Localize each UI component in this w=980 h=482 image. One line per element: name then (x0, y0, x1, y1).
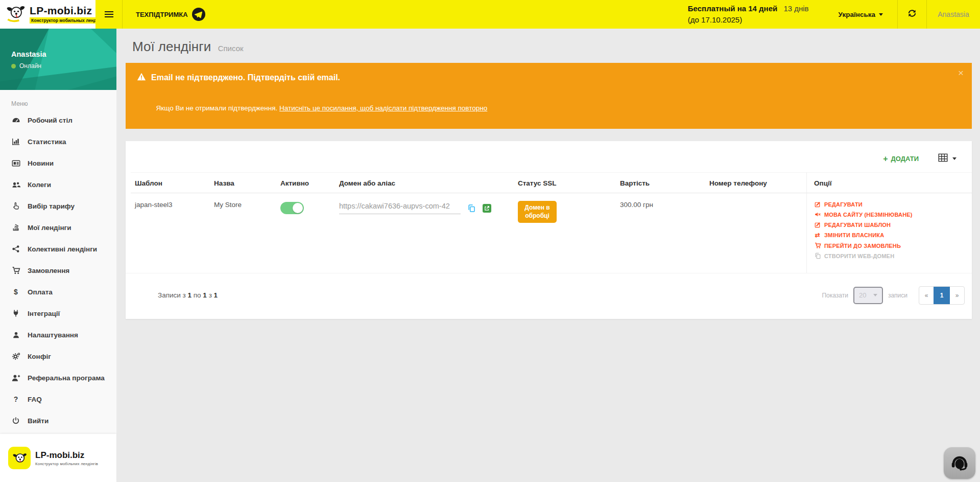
plug-icon (11, 309, 20, 317)
page-size-value: 20 (859, 291, 866, 299)
sidebar-item-label: Колеги (28, 181, 51, 189)
sidebar-user-status: Онлайн (19, 62, 41, 70)
user-icon (11, 331, 20, 339)
sidebar-item-statistics[interactable]: Статистика (0, 131, 116, 152)
sidebar-item-orders[interactable]: Замовлення (0, 260, 116, 281)
refresh-button[interactable] (898, 0, 926, 29)
dashboard-icon (11, 116, 20, 125)
option-edit-template[interactable]: РЕДАГУВАТИ ШАБЛОН (814, 221, 968, 228)
chevron-down-icon (879, 13, 883, 16)
footer-brand-subtitle: Конструктор мобільних лендінгів (35, 462, 98, 466)
pagination-next-button[interactable]: » (950, 287, 964, 304)
sidebar-user-name: Anastasia (11, 50, 116, 58)
sidebar-item-colleagues[interactable]: Колеги (0, 174, 116, 195)
option-change-owner[interactable]: ⇄ ЗМІНИТИ ВЛАСНИКА (814, 232, 968, 239)
copy-icon[interactable] (467, 204, 476, 213)
gears-icon (11, 352, 20, 361)
show-label: Показати (822, 292, 848, 299)
sidebar-item-label: Статистика (28, 138, 66, 146)
sidebar-item-label: Мої лендінги (28, 224, 71, 232)
cart-icon (814, 242, 821, 249)
option-site-language[interactable]: МОВА САЙТУ (НЕЗМІНЮВАНЕ) (814, 211, 968, 218)
cell-phone (705, 193, 806, 273)
page-size-select[interactable]: 20 (853, 287, 883, 304)
resend-confirmation-link[interactable]: Натисніть це посилання, щоб надіслати пі… (279, 104, 487, 112)
menu-section-label: Меню (0, 90, 116, 109)
sidebar-item-faq[interactable]: ? FAQ (0, 388, 116, 410)
sidebar-item-tariff[interactable]: Вибір тарифу (0, 195, 116, 217)
page-title: Мої лендінги (132, 39, 211, 54)
close-icon[interactable]: × (958, 68, 964, 78)
sidebar-footer-logo[interactable]: LP-mobi.biz Конструктор мобільних лендін… (0, 434, 116, 482)
landings-table: Шаблон Назва Активно Домен або аліас Ста… (126, 172, 972, 273)
sidebar-item-referral[interactable]: Реферальна програма (0, 367, 116, 388)
sidebar-item-logout[interactable]: Вийти (0, 410, 116, 431)
table-grid-icon (938, 153, 948, 164)
top-header: LP-mobi.biz Конструктор мобильных лендин… (0, 0, 980, 29)
online-status-dot (11, 64, 16, 68)
swap-icon: ⇄ (814, 232, 821, 239)
cell-template: japan-steel3 (131, 193, 210, 273)
domain-input[interactable] (339, 201, 461, 214)
pagination-prev-button[interactable]: « (919, 287, 934, 304)
column-header: Домен або аліас (335, 172, 514, 193)
yellow-topbar: ТЕХПІДТРИМКА Бесплатный на 14 дней 13 дн… (95, 0, 980, 29)
support-chat-button[interactable] (944, 447, 975, 479)
sidebar-item-label: Робочий стіл (28, 117, 73, 124)
support-link[interactable]: ТЕХПІДТРИМКА (123, 8, 219, 21)
user-plus-icon (11, 374, 20, 382)
option-label: РЕДАГУВАТИ (824, 201, 863, 208)
chevron-down-icon (952, 157, 957, 160)
add-landing-button[interactable]: + ДОДАТИ (883, 154, 919, 164)
option-label: СТВОРИТИ WEB-ДОМЕН (824, 253, 894, 259)
landings-card: + ДОДАТИ Шаблон Назва Активно Домен або … (126, 141, 972, 319)
option-label: ПЕРЕЙТИ ДО ЗАМОВЛЕНЬ (824, 243, 901, 249)
active-toggle[interactable] (280, 202, 304, 214)
banner-resend-prefix: Якщо Ви не отримали підтвердження. (156, 104, 280, 112)
share-icon (11, 245, 20, 253)
language-icon (814, 211, 821, 218)
question-icon: ? (11, 395, 20, 403)
sidebar-item-dashboard[interactable]: Робочий стіл (0, 109, 116, 131)
cell-options: РЕДАГУВАТИ МОВА САЙТУ (НЕЗМІНЮВАНЕ) РЕДА… (806, 193, 972, 273)
option-go-to-orders[interactable]: ПЕРЕЙТИ ДО ЗАМОВЛЕНЬ (814, 242, 968, 249)
footer-brand-title: LP-mobi.biz (35, 450, 98, 461)
records-summary: Записи з 1 по 1 з 1 (135, 284, 218, 307)
edit-icon (814, 221, 821, 228)
language-label: Українська (839, 11, 875, 18)
language-selector[interactable]: Українська (824, 11, 897, 18)
sidebar-item-collective-landings[interactable]: Колективні лендінги (0, 238, 116, 260)
sidebar-item-integrations[interactable]: Інтеграції (0, 303, 116, 324)
pagination-page-1[interactable]: 1 (934, 287, 950, 304)
external-link-icon[interactable] (483, 204, 491, 213)
sidebar-item-news[interactable]: Новини (0, 152, 116, 174)
sidebar-item-label: Налаштування (28, 331, 78, 339)
option-edit[interactable]: РЕДАГУВАТИ (814, 201, 968, 208)
trial-plan: Бесплатный на 14 дней (688, 4, 777, 13)
cell-ssl-status: Домен в обробці (514, 193, 616, 273)
sidebar-item-settings[interactable]: Налаштування (0, 324, 116, 346)
bar-chart-icon (11, 137, 20, 146)
column-header: Опції (806, 172, 972, 193)
plus-icon: + (883, 154, 888, 164)
cell-name: My Store (210, 193, 276, 273)
sidebar-item-label: Інтеграції (28, 310, 60, 317)
app-window: LP-mobi.biz Конструктор мобильных лендин… (0, 0, 980, 482)
column-settings-dropdown[interactable] (938, 153, 957, 164)
sidebar-item-config[interactable]: Конфіг (0, 346, 116, 367)
sidebar-user-panel: Anastasia Онлайн (0, 29, 116, 90)
sidebar-item-label: Реферальна програма (28, 374, 105, 382)
main-content: Мої лендінги Список Email не підтверджен… (117, 29, 980, 482)
topbar-username[interactable]: Anastasia (927, 10, 980, 18)
dog-mascot-icon (8, 447, 31, 469)
content-header: Мої лендінги Список (117, 29, 980, 63)
telegram-icon (192, 8, 205, 21)
cell-price: 300.00 грн (616, 193, 705, 273)
hamburger-menu-icon[interactable] (95, 0, 122, 29)
sidebar-item-label: FAQ (28, 396, 42, 403)
sidebar-item-my-landings[interactable]: Мої лендінги (0, 217, 116, 238)
brand-logo[interactable]: LP-mobi.biz Конструктор мобильных лендин… (0, 0, 95, 29)
chevron-down-icon (873, 294, 877, 296)
option-label: ЗМІНИТИ ВЛАСНИКА (824, 232, 884, 238)
sidebar-item-payment[interactable]: $ Оплата (0, 281, 116, 303)
